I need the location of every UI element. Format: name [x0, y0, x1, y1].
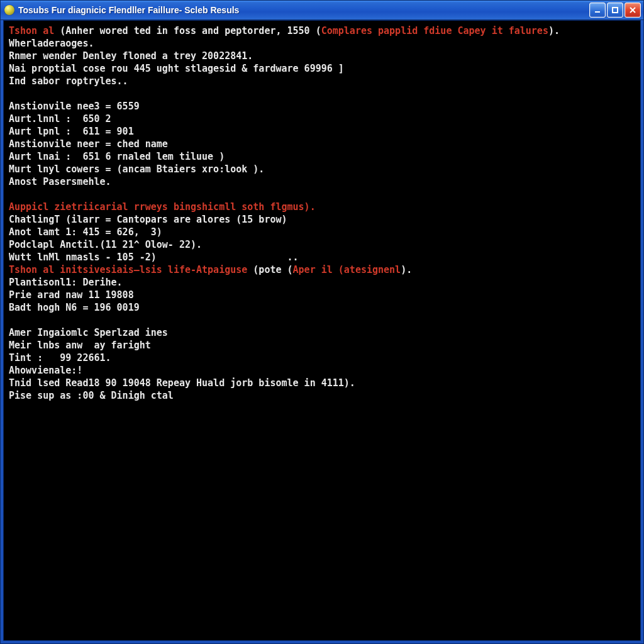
output-text: Wutt lnMl nmasls - 105 -2) ..: [9, 252, 299, 263]
console-line: Wherladeraoges.: [9, 37, 635, 50]
output-text: Nai proptial cose rou 445 ught stlagesid…: [9, 63, 344, 74]
output-text: Plantisonl1: Derihe.: [9, 277, 123, 288]
console-line: Pise sup as :00 & Dinigh ctal: [9, 389, 635, 402]
output-text: ).: [548, 25, 560, 36]
minimize-button[interactable]: [589, 3, 606, 18]
console-line: ChatlingT (ilarr = Cantopars are alores …: [9, 213, 635, 226]
console-line: [9, 314, 635, 326]
console-line: Aurt lnai : 651 6 rnaled lem tiluue ): [9, 150, 635, 163]
maximize-icon: [611, 6, 619, 14]
console-line: Wutt lnMl nmasls - 105 -2) ..: [9, 251, 635, 264]
output-text: Ahowvienale:!: [9, 365, 82, 376]
console-line: Anost Pasersmehle.: [9, 175, 635, 188]
error-text: Aper il (atesignenl: [293, 264, 401, 275]
output-text: ).: [401, 264, 412, 275]
console-line: [9, 87, 635, 100]
close-icon: [629, 6, 636, 14]
console-line: Amer Ingaiomlc Sperlzad ines: [9, 326, 635, 339]
console-line: Aurt lpnl : 611 = 901: [9, 125, 635, 138]
window-controls: [589, 3, 641, 18]
console-line: [9, 188, 635, 201]
svg-rect-1: [613, 8, 618, 13]
console-line: Ahowvienale:!: [9, 364, 635, 377]
output-text: Tint : 99 22661.: [9, 352, 111, 364]
console-line: Auppicl zietriicarial rrweys bingshicmll…: [9, 201, 635, 213]
output-text: (pote (: [253, 264, 292, 275]
error-text: Auppicl zietriicarial rrweys bingshicmll…: [9, 201, 316, 213]
console-line: Badt hogh N6 = 196 0019: [9, 301, 635, 314]
output-text: Murt lnyl cowers = (ancam Btaiers xro:lo…: [9, 164, 264, 175]
output-text: Pise sup as :00 & Dinigh ctal: [9, 390, 174, 401]
output-text: (Anher wored ted in foss and peptorder, …: [60, 25, 321, 36]
console-line: Murt lnyl cowers = (ancam Btaiers xro:lo…: [9, 163, 635, 175]
console-line: Nai proptial cose rou 445 ught stlagesid…: [9, 62, 635, 75]
output-text: Wherladeraoges.: [9, 38, 94, 49]
error-text: Complares papplid fdiue Capey it falures: [321, 25, 548, 36]
output-text: Anost Pasersmehle.: [9, 176, 111, 187]
console-line: Aurt.lnnl : 650 2: [9, 113, 635, 125]
console-line: Tnid lsed Read18 90 19048 Repeay Huald j…: [9, 377, 635, 389]
console-line: Tint : 99 22661.: [9, 352, 635, 364]
output-text: Anstionvile nee3 = 6559: [9, 101, 140, 112]
output-text: Aurt.lnnl : 650 2: [9, 113, 111, 125]
close-button[interactable]: [625, 3, 641, 18]
output-text: Anstionvile neer = ched name: [9, 138, 168, 150]
output-text: Tnid lsed Read18 90 19048 Repeay Huald j…: [9, 377, 355, 389]
output-text: Rnmer wender Denley floned a trey 200228…: [9, 50, 253, 62]
console-line: Anot lamt 1: 415 = 626, 3): [9, 226, 635, 238]
console-output: Tshon al (Anher wored ted in foss and pe…: [3, 20, 641, 641]
output-text: Aurt lpnl : 611 = 901: [9, 126, 134, 137]
output-text: Amer Ingaiomlc Sperlzad ines: [9, 327, 168, 338]
console-line: Tshon al initsivesiais—lsis life-Atpaigu…: [9, 264, 635, 276]
error-text: Tshon al: [9, 25, 60, 36]
console-line: Rnmer wender Denley floned a trey 200228…: [9, 50, 635, 62]
svg-rect-0: [595, 11, 600, 13]
console-line: Prie arad naw 11 19808: [9, 289, 635, 301]
console-line: Anstionvile neer = ched name: [9, 138, 635, 150]
console-line: Ind sabor roptryles..: [9, 75, 635, 87]
app-window: Tosubs Fur diagnicic Flendller Faillure-…: [0, 0, 644, 644]
console-line: Anstionvile nee3 = 6559: [9, 100, 635, 113]
output-text: Meir lnbs anw ay faright: [9, 340, 151, 351]
output-text: Anot lamt 1: 415 = 626, 3): [9, 226, 162, 238]
output-text: Prie arad naw 11 19808: [9, 289, 134, 301]
output-text: Badt hogh N6 = 196 0019: [9, 302, 140, 313]
output-text: Ind sabor roptryles..: [9, 75, 128, 87]
console-line: Plantisonl1: Derihe.: [9, 276, 635, 289]
app-icon: [4, 5, 14, 15]
console-line: Podclapl Anctil.(11 21^ Olow- 22).: [9, 238, 635, 251]
window-title: Tosubs Fur diagnicic Flendller Faillure-…: [18, 5, 589, 15]
output-text: Podclapl Anctil.(11 21^ Olow- 22).: [9, 239, 202, 250]
maximize-button[interactable]: [607, 3, 623, 18]
error-text: Tshon al initsivesiais—lsis life-Atpaigu…: [9, 264, 253, 275]
console-line: Meir lnbs anw ay faright: [9, 339, 635, 352]
titlebar[interactable]: Tosubs Fur diagnicic Flendller Faillure-…: [1, 1, 643, 20]
output-text: ChatlingT (ilarr = Cantopars are alores …: [9, 214, 287, 225]
console-line: Tshon al (Anher wored ted in foss and pe…: [9, 25, 635, 37]
minimize-icon: [594, 6, 601, 14]
output-text: Aurt lnai : 651 6 rnaled lem tiluue ): [9, 151, 225, 162]
